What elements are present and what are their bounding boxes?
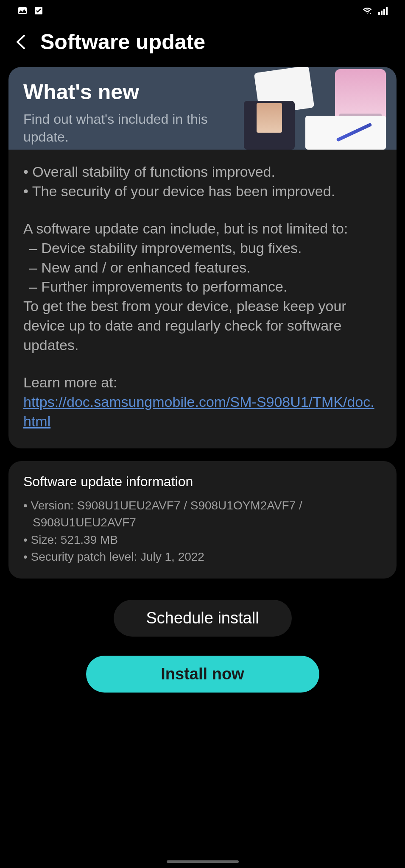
learn-more-link[interactable]: https://doc.samsungmobile.com/SM-S908U1/… <box>23 394 374 429</box>
picture-icon <box>17 5 28 16</box>
hero-title: What's new <box>23 80 235 104</box>
whats-new-banner[interactable]: What's new Find out what's included in t… <box>8 67 397 150</box>
status-left <box>17 5 44 16</box>
gesture-bar[interactable] <box>167 860 239 863</box>
header: Software update <box>0 21 405 67</box>
back-button[interactable] <box>13 33 30 50</box>
install-now-button[interactable]: Install now <box>86 656 319 693</box>
svg-rect-2 <box>378 12 380 15</box>
update-description: A software update can include, but is no… <box>23 219 382 355</box>
page-title: Software update <box>40 30 205 54</box>
wifi-icon <box>362 5 373 16</box>
info-title: Software update information <box>23 474 382 490</box>
hero-illustration <box>235 67 388 150</box>
checkbox-icon <box>33 5 44 16</box>
status-bar <box>0 0 405 21</box>
intro-text: A software update can include, but is no… <box>23 219 382 239</box>
highlights-list: • Overall stability of functions improve… <box>23 162 382 201</box>
update-info-card: Software update information • Version: S… <box>8 461 397 579</box>
svg-rect-3 <box>381 11 383 15</box>
svg-rect-5 <box>386 7 388 15</box>
description-item: – Device stability improvements, bug fix… <box>23 239 382 258</box>
learn-more-label: Learn more at: <box>23 373 382 392</box>
description-item: – New and / or enhanced features. <box>23 258 382 278</box>
svg-rect-4 <box>383 9 385 15</box>
learn-more-section: Learn more at: https://doc.samsungmobile… <box>23 373 382 431</box>
description-item: – Further improvements to performance. <box>23 277 382 297</box>
action-buttons: Schedule install Install now <box>0 600 405 693</box>
highlight-item: • Overall stability of functions improve… <box>23 162 382 182</box>
signal-icon <box>377 5 388 16</box>
update-details-card: • Overall stability of functions improve… <box>8 150 397 448</box>
info-list: • Version: S908U1UEU2AVF7 / S908U1OYM2AV… <box>23 497 382 566</box>
advice-text: To get the best from your device, please… <box>23 297 382 355</box>
status-right <box>362 5 388 16</box>
hero-subtitle: Find out what's included in this update. <box>23 111 235 146</box>
size-item: • Size: 521.39 MB <box>23 531 382 549</box>
version-item: • Version: S908U1UEU2AVF7 / S908U1OYM2AV… <box>23 497 382 531</box>
schedule-install-button[interactable]: Schedule install <box>114 600 292 637</box>
highlight-item: • The security of your device has been i… <box>23 182 382 201</box>
patch-item: • Security patch level: July 1, 2022 <box>23 548 382 566</box>
